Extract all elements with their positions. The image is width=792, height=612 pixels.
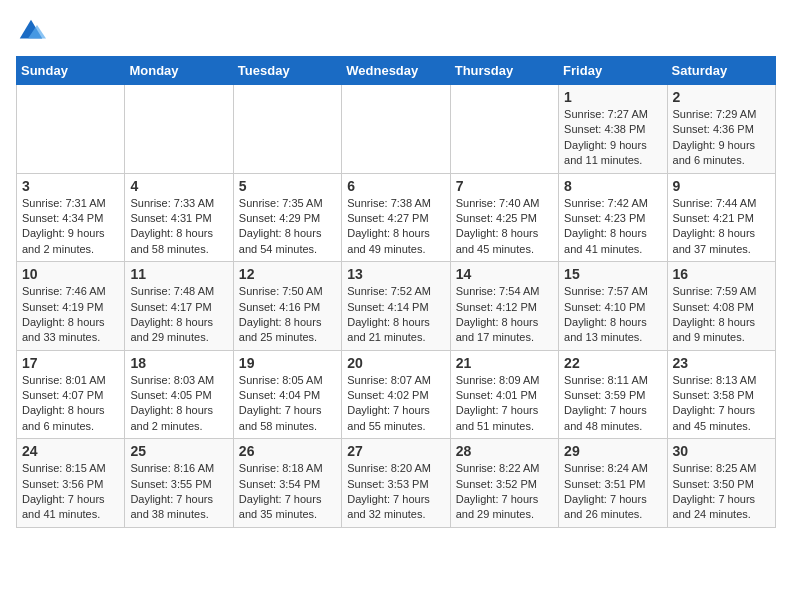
day-number: 6 bbox=[347, 178, 444, 194]
day-info: Sunrise: 8:03 AM Sunset: 4:05 PM Dayligh… bbox=[130, 373, 227, 435]
day-cell: 11Sunrise: 7:48 AM Sunset: 4:17 PM Dayli… bbox=[125, 262, 233, 351]
day-number: 21 bbox=[456, 355, 553, 371]
day-cell: 2Sunrise: 7:29 AM Sunset: 4:36 PM Daylig… bbox=[667, 85, 775, 174]
day-number: 12 bbox=[239, 266, 336, 282]
day-number: 7 bbox=[456, 178, 553, 194]
day-info: Sunrise: 7:57 AM Sunset: 4:10 PM Dayligh… bbox=[564, 284, 661, 346]
day-info: Sunrise: 8:16 AM Sunset: 3:55 PM Dayligh… bbox=[130, 461, 227, 523]
day-cell: 15Sunrise: 7:57 AM Sunset: 4:10 PM Dayli… bbox=[559, 262, 667, 351]
day-info: Sunrise: 7:35 AM Sunset: 4:29 PM Dayligh… bbox=[239, 196, 336, 258]
day-cell: 18Sunrise: 8:03 AM Sunset: 4:05 PM Dayli… bbox=[125, 350, 233, 439]
day-cell: 12Sunrise: 7:50 AM Sunset: 4:16 PM Dayli… bbox=[233, 262, 341, 351]
day-number: 5 bbox=[239, 178, 336, 194]
day-number: 27 bbox=[347, 443, 444, 459]
day-info: Sunrise: 8:05 AM Sunset: 4:04 PM Dayligh… bbox=[239, 373, 336, 435]
day-number: 30 bbox=[673, 443, 770, 459]
day-info: Sunrise: 8:01 AM Sunset: 4:07 PM Dayligh… bbox=[22, 373, 119, 435]
week-row-4: 24Sunrise: 8:15 AM Sunset: 3:56 PM Dayli… bbox=[17, 439, 776, 528]
week-row-0: 1Sunrise: 7:27 AM Sunset: 4:38 PM Daylig… bbox=[17, 85, 776, 174]
day-cell: 21Sunrise: 8:09 AM Sunset: 4:01 PM Dayli… bbox=[450, 350, 558, 439]
day-number: 26 bbox=[239, 443, 336, 459]
day-number: 18 bbox=[130, 355, 227, 371]
day-info: Sunrise: 7:59 AM Sunset: 4:08 PM Dayligh… bbox=[673, 284, 770, 346]
day-cell: 30Sunrise: 8:25 AM Sunset: 3:50 PM Dayli… bbox=[667, 439, 775, 528]
day-number: 22 bbox=[564, 355, 661, 371]
day-cell: 28Sunrise: 8:22 AM Sunset: 3:52 PM Dayli… bbox=[450, 439, 558, 528]
day-number: 10 bbox=[22, 266, 119, 282]
day-number: 23 bbox=[673, 355, 770, 371]
day-number: 2 bbox=[673, 89, 770, 105]
day-number: 24 bbox=[22, 443, 119, 459]
day-number: 16 bbox=[673, 266, 770, 282]
day-cell: 16Sunrise: 7:59 AM Sunset: 4:08 PM Dayli… bbox=[667, 262, 775, 351]
day-cell: 25Sunrise: 8:16 AM Sunset: 3:55 PM Dayli… bbox=[125, 439, 233, 528]
day-info: Sunrise: 8:20 AM Sunset: 3:53 PM Dayligh… bbox=[347, 461, 444, 523]
day-info: Sunrise: 7:54 AM Sunset: 4:12 PM Dayligh… bbox=[456, 284, 553, 346]
day-number: 3 bbox=[22, 178, 119, 194]
day-number: 1 bbox=[564, 89, 661, 105]
day-cell bbox=[125, 85, 233, 174]
day-number: 29 bbox=[564, 443, 661, 459]
day-info: Sunrise: 8:24 AM Sunset: 3:51 PM Dayligh… bbox=[564, 461, 661, 523]
day-cell: 8Sunrise: 7:42 AM Sunset: 4:23 PM Daylig… bbox=[559, 173, 667, 262]
day-cell bbox=[233, 85, 341, 174]
day-cell: 24Sunrise: 8:15 AM Sunset: 3:56 PM Dayli… bbox=[17, 439, 125, 528]
day-number: 4 bbox=[130, 178, 227, 194]
day-cell: 9Sunrise: 7:44 AM Sunset: 4:21 PM Daylig… bbox=[667, 173, 775, 262]
day-cell: 22Sunrise: 8:11 AM Sunset: 3:59 PM Dayli… bbox=[559, 350, 667, 439]
day-info: Sunrise: 7:29 AM Sunset: 4:36 PM Dayligh… bbox=[673, 107, 770, 169]
day-info: Sunrise: 7:38 AM Sunset: 4:27 PM Dayligh… bbox=[347, 196, 444, 258]
day-cell: 10Sunrise: 7:46 AM Sunset: 4:19 PM Dayli… bbox=[17, 262, 125, 351]
col-header-saturday: Saturday bbox=[667, 57, 775, 85]
col-header-friday: Friday bbox=[559, 57, 667, 85]
day-info: Sunrise: 7:42 AM Sunset: 4:23 PM Dayligh… bbox=[564, 196, 661, 258]
day-number: 14 bbox=[456, 266, 553, 282]
day-cell: 14Sunrise: 7:54 AM Sunset: 4:12 PM Dayli… bbox=[450, 262, 558, 351]
day-cell: 27Sunrise: 8:20 AM Sunset: 3:53 PM Dayli… bbox=[342, 439, 450, 528]
day-number: 17 bbox=[22, 355, 119, 371]
week-row-2: 10Sunrise: 7:46 AM Sunset: 4:19 PM Dayli… bbox=[17, 262, 776, 351]
day-info: Sunrise: 8:22 AM Sunset: 3:52 PM Dayligh… bbox=[456, 461, 553, 523]
day-cell bbox=[342, 85, 450, 174]
day-info: Sunrise: 7:48 AM Sunset: 4:17 PM Dayligh… bbox=[130, 284, 227, 346]
day-info: Sunrise: 8:09 AM Sunset: 4:01 PM Dayligh… bbox=[456, 373, 553, 435]
day-number: 28 bbox=[456, 443, 553, 459]
day-info: Sunrise: 7:33 AM Sunset: 4:31 PM Dayligh… bbox=[130, 196, 227, 258]
day-number: 11 bbox=[130, 266, 227, 282]
logo bbox=[16, 16, 50, 46]
day-cell bbox=[450, 85, 558, 174]
day-info: Sunrise: 8:07 AM Sunset: 4:02 PM Dayligh… bbox=[347, 373, 444, 435]
day-info: Sunrise: 7:40 AM Sunset: 4:25 PM Dayligh… bbox=[456, 196, 553, 258]
logo-icon bbox=[16, 16, 46, 46]
col-header-sunday: Sunday bbox=[17, 57, 125, 85]
col-header-wednesday: Wednesday bbox=[342, 57, 450, 85]
day-info: Sunrise: 7:46 AM Sunset: 4:19 PM Dayligh… bbox=[22, 284, 119, 346]
day-info: Sunrise: 7:50 AM Sunset: 4:16 PM Dayligh… bbox=[239, 284, 336, 346]
day-number: 15 bbox=[564, 266, 661, 282]
day-cell: 20Sunrise: 8:07 AM Sunset: 4:02 PM Dayli… bbox=[342, 350, 450, 439]
day-cell: 1Sunrise: 7:27 AM Sunset: 4:38 PM Daylig… bbox=[559, 85, 667, 174]
col-header-monday: Monday bbox=[125, 57, 233, 85]
day-number: 19 bbox=[239, 355, 336, 371]
day-cell: 26Sunrise: 8:18 AM Sunset: 3:54 PM Dayli… bbox=[233, 439, 341, 528]
day-number: 9 bbox=[673, 178, 770, 194]
day-info: Sunrise: 7:44 AM Sunset: 4:21 PM Dayligh… bbox=[673, 196, 770, 258]
day-cell: 3Sunrise: 7:31 AM Sunset: 4:34 PM Daylig… bbox=[17, 173, 125, 262]
day-info: Sunrise: 8:18 AM Sunset: 3:54 PM Dayligh… bbox=[239, 461, 336, 523]
day-cell bbox=[17, 85, 125, 174]
day-number: 20 bbox=[347, 355, 444, 371]
day-info: Sunrise: 8:25 AM Sunset: 3:50 PM Dayligh… bbox=[673, 461, 770, 523]
day-cell: 23Sunrise: 8:13 AM Sunset: 3:58 PM Dayli… bbox=[667, 350, 775, 439]
day-cell: 19Sunrise: 8:05 AM Sunset: 4:04 PM Dayli… bbox=[233, 350, 341, 439]
day-number: 13 bbox=[347, 266, 444, 282]
day-cell: 5Sunrise: 7:35 AM Sunset: 4:29 PM Daylig… bbox=[233, 173, 341, 262]
day-cell: 29Sunrise: 8:24 AM Sunset: 3:51 PM Dayli… bbox=[559, 439, 667, 528]
day-number: 8 bbox=[564, 178, 661, 194]
page-header bbox=[16, 16, 776, 46]
week-row-1: 3Sunrise: 7:31 AM Sunset: 4:34 PM Daylig… bbox=[17, 173, 776, 262]
day-cell: 6Sunrise: 7:38 AM Sunset: 4:27 PM Daylig… bbox=[342, 173, 450, 262]
day-info: Sunrise: 8:13 AM Sunset: 3:58 PM Dayligh… bbox=[673, 373, 770, 435]
day-info: Sunrise: 7:27 AM Sunset: 4:38 PM Dayligh… bbox=[564, 107, 661, 169]
day-cell: 4Sunrise: 7:33 AM Sunset: 4:31 PM Daylig… bbox=[125, 173, 233, 262]
calendar-table: SundayMondayTuesdayWednesdayThursdayFrid… bbox=[16, 56, 776, 528]
